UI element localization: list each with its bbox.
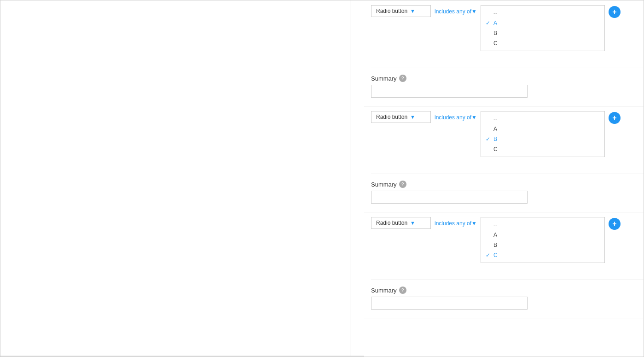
field-type-dropdown-1[interactable]: Radio button▼: [371, 5, 431, 17]
option-item[interactable]: C: [481, 38, 604, 48]
option-item[interactable]: A: [481, 124, 604, 134]
option-item[interactable]: C: [481, 144, 604, 154]
option-label: --: [493, 222, 497, 228]
help-icon[interactable]: ?: [399, 181, 406, 188]
chevron-down-icon: ▼: [410, 220, 415, 226]
field-type-label: Radio button: [376, 220, 407, 226]
summary-label-1: Summary?: [371, 75, 644, 82]
summary-text: Summary: [371, 287, 397, 294]
summary-label-3: Summary?: [371, 287, 644, 294]
options-box-3: --AB✓C: [481, 217, 605, 263]
check-icon: ✓: [486, 252, 491, 258]
summary-input-2[interactable]: [371, 191, 528, 204]
option-label: C: [493, 40, 498, 47]
add-option-button-3[interactable]: +: [609, 218, 621, 230]
field-type-dropdown-2[interactable]: Radio button▼: [371, 111, 431, 123]
main-container: Radio button▼includes any of ▼--✓ABC+Cle…: [0, 0, 644, 357]
option-item[interactable]: B: [481, 28, 604, 38]
summary-section-3: Summary?: [371, 283, 644, 315]
separator: [371, 174, 644, 174]
right-panel-title: [350, 0, 364, 356]
option-label: --: [493, 116, 497, 122]
clear-all-row-1: Clear All: [371, 54, 644, 65]
option-item[interactable]: ✓C: [481, 250, 604, 260]
summary-section-1: Summary?: [371, 71, 644, 103]
help-icon[interactable]: ?: [399, 287, 406, 294]
summary-text: Summary: [371, 75, 397, 82]
option-item[interactable]: ✓A: [481, 18, 604, 28]
option-item[interactable]: A: [481, 230, 604, 240]
condition-dropdown-2[interactable]: includes any of ▼: [435, 112, 477, 123]
condition-label: includes any of: [435, 114, 471, 121]
option-item[interactable]: B: [481, 240, 604, 250]
summary-input-3[interactable]: [371, 297, 528, 310]
option-label: B: [493, 30, 497, 36]
option-label: B: [493, 242, 497, 248]
summary-text: Summary: [371, 181, 397, 188]
option-item[interactable]: --: [481, 114, 604, 124]
option-label: A: [493, 20, 497, 26]
chevron-down-icon: ▼: [471, 8, 477, 15]
summary-label-2: Summary?: [371, 181, 644, 188]
left-part-1: Radio button▼includes any of ▼--✓ABC+Cle…: [364, 0, 644, 106]
section-row-2: Radio button▼includes any of ▼--A✓BC+Cle…: [364, 106, 644, 212]
condition-dropdown-3[interactable]: includes any of ▼: [435, 218, 477, 229]
section-row-1: Radio button▼includes any of ▼--✓ABC+Cle…: [364, 0, 644, 106]
separator: [371, 280, 644, 280]
option-item[interactable]: --: [481, 8, 604, 18]
option-label: A: [493, 126, 497, 132]
option-item[interactable]: ✓B: [481, 134, 604, 144]
chevron-down-icon: ▼: [410, 8, 415, 14]
check-icon: ✓: [486, 136, 491, 142]
option-label: A: [493, 232, 497, 238]
trigger-row-2: Radio button▼includes any of ▼--A✓BC+: [371, 111, 644, 157]
help-icon[interactable]: ?: [399, 75, 406, 82]
field-type-label: Radio button: [376, 8, 407, 14]
option-label: C: [493, 146, 498, 152]
add-option-button-1[interactable]: +: [609, 6, 621, 18]
trigger-row-3: Radio button▼includes any of ▼--AB✓C+: [371, 217, 644, 263]
add-option-button-2[interactable]: +: [609, 112, 621, 124]
condition-label: includes any of: [435, 8, 471, 15]
separator: [371, 68, 644, 68]
chevron-down-icon: ▼: [471, 114, 477, 121]
left-part-3: Radio button▼includes any of ▼--AB✓C+Cle…: [364, 212, 644, 318]
trigger-row-1: Radio button▼includes any of ▼--✓ABC+: [371, 5, 644, 51]
field-type-label: Radio button: [376, 114, 407, 120]
options-box-2: --A✓BC: [481, 111, 605, 157]
chevron-down-icon: ▼: [410, 114, 415, 120]
left-panel-title: [0, 0, 350, 356]
left-part-2: Radio button▼includes any of ▼--A✓BC+Cle…: [364, 106, 644, 212]
field-type-dropdown-3[interactable]: Radio button▼: [371, 217, 431, 229]
chevron-down-icon: ▼: [471, 220, 477, 227]
section-row-3: Radio button▼includes any of ▼--AB✓C+Cle…: [364, 212, 644, 318]
options-box-1: --✓ABC: [481, 5, 605, 51]
clear-all-row-3: Clear All: [371, 266, 644, 277]
check-icon: ✓: [486, 20, 491, 26]
condition-dropdown-1[interactable]: includes any of ▼: [435, 6, 477, 17]
option-label: B: [493, 136, 497, 142]
summary-input-1[interactable]: [371, 85, 528, 98]
plus-icon: +: [612, 8, 616, 16]
plus-icon: +: [612, 114, 616, 122]
summary-section-2: Summary?: [371, 177, 644, 209]
clear-all-row-2: Clear All: [371, 160, 644, 171]
option-item[interactable]: --: [481, 220, 604, 230]
condition-label: includes any of: [435, 220, 471, 227]
option-label: C: [493, 252, 498, 258]
plus-icon: +: [612, 220, 616, 228]
option-label: --: [493, 10, 497, 16]
